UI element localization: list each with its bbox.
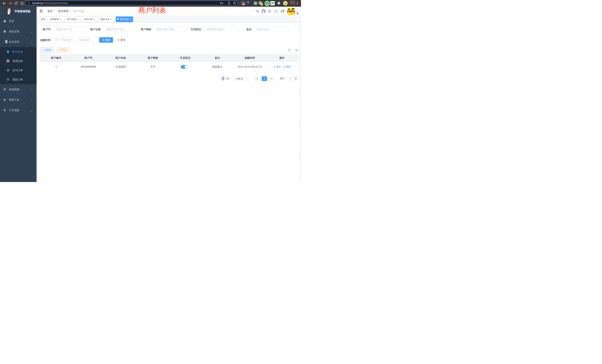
svg-text:1: 1 — [261, 3, 262, 6]
svg-text:y: y — [267, 2, 268, 5]
svg-text:10: 10 — [242, 3, 245, 5]
svg-text:⌘: ⌘ — [254, 2, 257, 5]
